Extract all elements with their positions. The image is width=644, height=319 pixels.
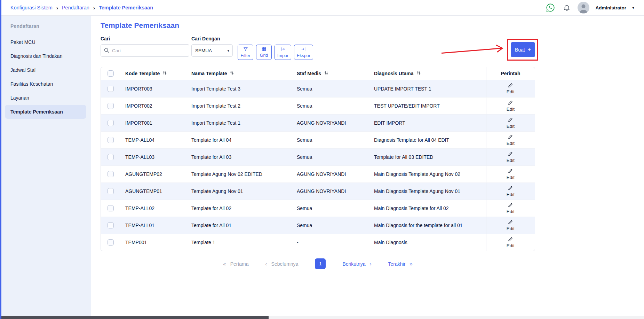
edit-button[interactable]: Edit: [507, 186, 515, 197]
cell-diagnosis-utama: Template for All 03 EDITED: [369, 154, 486, 160]
sort-icon[interactable]: [230, 71, 234, 76]
sort-icon[interactable]: [324, 71, 328, 76]
table-row: AGUNGTEMP02 Template Agung Nov 02 EDITED…: [101, 165, 535, 182]
edit-button[interactable]: Edit: [507, 134, 515, 146]
cell-kode-template: AGUNGTEMP01: [120, 188, 186, 194]
row-checkbox[interactable]: [108, 154, 114, 160]
import-button[interactable]: Impor: [275, 45, 291, 60]
row-checkbox[interactable]: [108, 171, 114, 177]
column-label: Diagnosis Utama: [374, 71, 414, 76]
cell-nama-template: Template for All 02: [186, 205, 292, 211]
cell-diagnosis-utama: EDIT IMPORT: [369, 120, 486, 126]
row-checkbox[interactable]: [108, 222, 114, 228]
notifications-bell-icon[interactable]: [561, 2, 572, 13]
cell-nama-template: Template 1: [186, 240, 292, 245]
cell-nama-template: Import Template Test 3: [186, 86, 292, 92]
cell-staf-medis: Semua: [292, 223, 369, 228]
pencil-icon: [508, 220, 513, 226]
search-input[interactable]: [101, 44, 189, 57]
cell-diagnosis-utama: Main Diagnosis Template for All 02: [369, 205, 486, 211]
edit-button[interactable]: Edit: [507, 100, 515, 112]
sidebar-item-template-pemeriksaan[interactable]: Template Pemeriksaan: [5, 105, 86, 119]
table-row: IMPORT003 Import Template Test 3 Semua U…: [101, 80, 535, 97]
column-header-perintah: Perintah: [486, 67, 535, 80]
pagination-last[interactable]: Terakhir »: [388, 261, 413, 267]
column-header-diagnosis-utama[interactable]: Diagnosis Utama: [369, 71, 486, 76]
plus-icon: +: [528, 47, 531, 53]
table-row: IMPORT001 Import Template Test 1 AGUNG N…: [101, 114, 535, 131]
annotation-arrow: [440, 44, 505, 57]
sidebar: Pendaftaran Paket MCU Diagnosis dan Tind…: [0, 16, 91, 316]
row-checkbox[interactable]: [108, 137, 114, 143]
sort-icon[interactable]: [162, 71, 167, 76]
pagination-first[interactable]: « Pertama: [223, 261, 248, 267]
edit-button[interactable]: Edit: [507, 237, 515, 248]
cell-staf-medis: Semua: [292, 154, 369, 160]
sidebar-item-diagnosis-dan-tindakan[interactable]: Diagnosis dan Tindakan: [5, 49, 86, 63]
edit-button[interactable]: Edit: [507, 151, 515, 163]
table-row: TEMP-ALL04 Template for All 04 Semua Dia…: [101, 131, 535, 148]
column-label: Staf Medis: [297, 71, 321, 76]
pagination-page-1[interactable]: 1: [315, 258, 326, 269]
table-row: AGUNGTEMP01 Template Agung Nov 01 AGUNG …: [101, 182, 535, 200]
cell-diagnosis-utama: Main Diagnosis: [369, 240, 486, 245]
row-checkbox[interactable]: [108, 103, 114, 109]
user-avatar[interactable]: [578, 2, 589, 14]
cell-kode-template: TEMP-ALL04: [120, 137, 186, 143]
header-actions: Administrator ▾: [545, 2, 634, 14]
create-button[interactable]: Buat +: [511, 42, 535, 57]
export-icon: [301, 47, 306, 53]
cell-kode-template: IMPORT001: [120, 120, 186, 126]
cell-diagnosis-utama: Main Diagnosis Template Agung Nov 02: [369, 171, 486, 177]
row-checkbox[interactable]: [108, 188, 114, 194]
column-header-kode-template[interactable]: Kode Template: [120, 71, 186, 76]
row-checkbox[interactable]: [108, 120, 114, 126]
sort-icon[interactable]: [416, 71, 421, 76]
chevron-down-icon[interactable]: ▾: [632, 5, 634, 10]
pagination-previous[interactable]: ‹ Sebelumnya: [265, 261, 299, 267]
column-header-staf-medis[interactable]: Staf Medis: [292, 71, 369, 76]
sidebar-item-paket-mcu[interactable]: Paket MCU: [5, 35, 86, 49]
chevron-left-icon: ‹: [265, 261, 267, 267]
row-checkbox[interactable]: [108, 239, 114, 246]
edit-button[interactable]: Edit: [507, 117, 515, 129]
breadcrumb-template-pemeriksaan[interactable]: Template Pemeriksaan: [99, 5, 153, 10]
edit-button[interactable]: Edit: [507, 203, 515, 214]
edit-button[interactable]: Edit: [507, 220, 515, 231]
cell-staf-medis: Semua: [292, 205, 369, 211]
column-header-nama-template[interactable]: Nama Template: [186, 71, 292, 76]
row-checkbox[interactable]: [108, 205, 114, 211]
breadcrumb-separator-icon: ›: [56, 5, 58, 11]
filter-button[interactable]: Filter: [238, 45, 253, 60]
grid-button[interactable]: Grid: [256, 45, 272, 60]
edit-button[interactable]: Edit: [507, 169, 515, 180]
table-body: IMPORT003 Import Template Test 3 Semua U…: [101, 80, 535, 251]
table-header-row: Kode Template Nama Template Staf Medis D…: [101, 67, 535, 80]
search-icon: [104, 47, 110, 55]
select-all-checkbox[interactable]: [108, 70, 114, 77]
export-button[interactable]: Ekspor: [294, 45, 313, 60]
whatsapp-icon[interactable]: [545, 2, 556, 13]
sidebar-item-jadwal-staf[interactable]: Jadwal Staf: [5, 63, 86, 77]
cell-nama-template: Template Agung Nov 02 EDITED: [186, 171, 292, 177]
pencil-icon: [508, 203, 513, 209]
search-with-value: SEMUA: [195, 48, 212, 53]
breadcrumb-konfigurasi-sistem[interactable]: Konfigurasi Sistem: [10, 5, 53, 10]
horizontal-scrollbar[interactable]: [0, 316, 644, 319]
search-with-label: Cari Dengan: [191, 36, 233, 41]
cell-staf-medis: Semua: [292, 137, 369, 143]
cell-diagnosis-utama: Diagnosis Template for All 04 EDIT: [369, 137, 486, 143]
row-checkbox[interactable]: [108, 86, 114, 92]
sidebar-item-layanan[interactable]: Layanan: [5, 91, 86, 105]
search-with-select[interactable]: SEMUA ▾: [191, 44, 233, 57]
edit-button[interactable]: Edit: [507, 83, 515, 94]
cell-kode-template: AGUNGTEMP02: [120, 171, 186, 177]
horizontal-scrollbar-thumb[interactable]: [0, 316, 269, 319]
cell-kode-template: IMPORT002: [120, 103, 186, 109]
pagination-next[interactable]: Berikutnya ›: [342, 261, 371, 267]
sidebar-item-fasilitas-kesehatan[interactable]: Fasilitas Kesehatan: [5, 77, 86, 91]
import-icon: [280, 47, 285, 53]
column-label: Nama Template: [191, 71, 227, 76]
breadcrumb-pendaftaran[interactable]: Pendaftaran: [62, 5, 89, 10]
cell-kode-template: TEMP-ALL03: [120, 154, 186, 160]
